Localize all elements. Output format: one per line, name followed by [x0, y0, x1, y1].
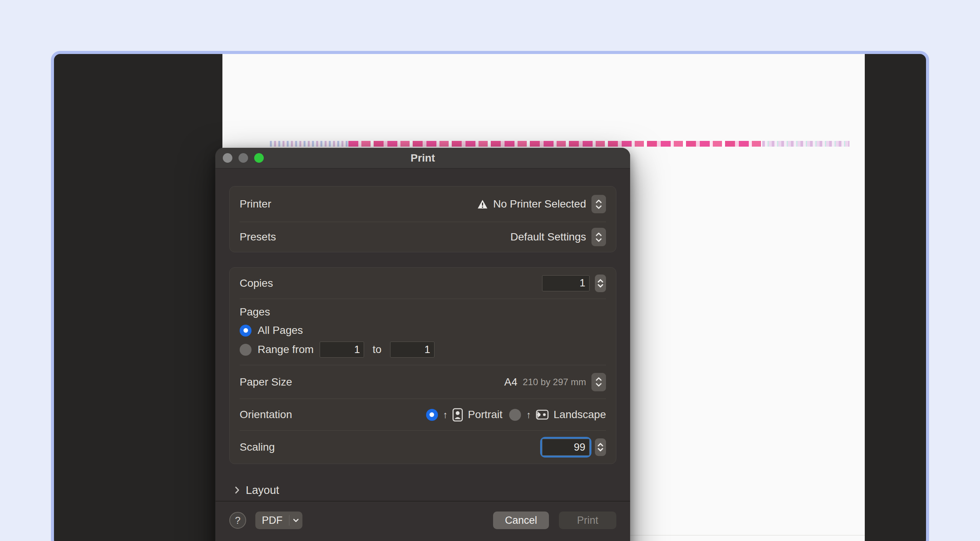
landscape-icon	[536, 409, 549, 420]
scaling-input[interactable]	[542, 439, 590, 456]
printer-select[interactable]: No Printer Selected	[477, 195, 606, 213]
dialog-titlebar[interactable]: Print	[216, 148, 630, 168]
page-range-option[interactable]: Range from to	[240, 340, 606, 359]
scaling-label: Scaling	[240, 441, 275, 453]
copies-label: Copies	[240, 277, 273, 289]
orientation-row: Orientation ↑ Portrait	[230, 399, 616, 430]
scaling-focus-ring	[542, 439, 590, 456]
paper-size-label: Paper Size	[240, 376, 292, 388]
portrait-icon	[452, 408, 463, 422]
portrait-option[interactable]: ↑ Portrait	[426, 408, 503, 422]
printer-row: Printer No Printer Selected	[230, 186, 616, 222]
copies-stepper[interactable]	[595, 275, 606, 292]
print-options-card: Copies Pages All Pages	[229, 267, 616, 464]
all-pages-label: All Pages	[258, 324, 303, 337]
paper-size-select[interactable]: A4 210 by 297 mm	[504, 373, 606, 391]
zoom-button[interactable]	[254, 153, 264, 163]
app-window: Print Printer No Printer Selected	[51, 51, 929, 541]
pdf-button-label: PDF	[255, 515, 289, 526]
range-from-input[interactable]	[320, 342, 364, 358]
printer-dropdown-stepper-icon[interactable]	[591, 195, 606, 213]
pages-section: Pages All Pages Range from to	[230, 299, 616, 365]
banknote-pattern-right	[762, 141, 849, 147]
banknote-pattern-left	[270, 141, 348, 147]
layout-label: Layout	[246, 484, 279, 497]
cancel-button[interactable]: Cancel	[493, 512, 549, 529]
range-to-label: to	[372, 343, 381, 356]
layout-disclosure[interactable]: Layout	[229, 479, 616, 501]
dialog-footer: ? PDF Cancel Print	[216, 502, 630, 529]
copies-input[interactable]	[542, 275, 590, 291]
banknote-image-strip	[270, 141, 849, 147]
print-dialog: Print Printer No Printer Selected	[216, 148, 630, 541]
paper-size-value: A4	[504, 376, 517, 388]
portrait-label: Portrait	[468, 409, 502, 421]
range-radio[interactable]	[240, 344, 252, 356]
pages-label: Pages	[240, 304, 606, 320]
scaling-stepper[interactable]	[595, 438, 606, 456]
portrait-up-arrow-icon: ↑	[443, 409, 448, 420]
pdf-menu-button[interactable]: PDF	[255, 512, 302, 529]
presets-dropdown-stepper-icon[interactable]	[591, 228, 606, 246]
cancel-button-label: Cancel	[505, 515, 537, 526]
printer-value: No Printer Selected	[493, 198, 586, 210]
chevron-right-icon	[235, 486, 240, 494]
range-label: Range from	[258, 343, 314, 356]
dialog-title: Print	[216, 152, 630, 164]
all-pages-option[interactable]: All Pages	[240, 321, 606, 340]
help-button[interactable]: ?	[229, 512, 246, 529]
landscape-up-arrow-icon: ↑	[526, 409, 531, 420]
scaling-row: Scaling	[230, 431, 616, 464]
paper-size-row: Paper Size A4 210 by 297 mm	[230, 365, 616, 399]
portrait-radio[interactable]	[426, 409, 438, 421]
paper-size-dropdown-stepper-icon[interactable]	[591, 373, 606, 391]
landscape-option[interactable]: ↑ Landscape	[509, 409, 606, 421]
orientation-label: Orientation	[240, 409, 292, 421]
paper-size-detail: 210 by 297 mm	[523, 377, 586, 387]
copies-row: Copies	[230, 268, 616, 299]
presets-label: Presets	[240, 231, 276, 243]
printer-presets-card: Printer No Printer Selected	[229, 186, 616, 252]
chevron-down-icon	[289, 518, 302, 523]
range-to-input[interactable]	[390, 342, 434, 358]
close-button[interactable]	[223, 153, 232, 163]
presets-select[interactable]: Default Settings	[510, 228, 606, 246]
printer-label: Printer	[240, 198, 271, 210]
presets-value: Default Settings	[510, 231, 586, 243]
minimize-button[interactable]	[238, 153, 248, 163]
landscape-label: Landscape	[554, 409, 606, 421]
help-question-icon: ?	[235, 515, 240, 526]
presets-row: Presets Default Settings	[230, 222, 616, 252]
traffic-lights	[223, 153, 264, 163]
warning-icon	[477, 199, 488, 209]
all-pages-radio[interactable]	[240, 325, 252, 337]
print-button[interactable]: Print	[559, 512, 616, 529]
print-button-label: Print	[577, 515, 598, 526]
banknote-pattern-center	[348, 141, 762, 147]
landscape-radio[interactable]	[509, 409, 521, 421]
